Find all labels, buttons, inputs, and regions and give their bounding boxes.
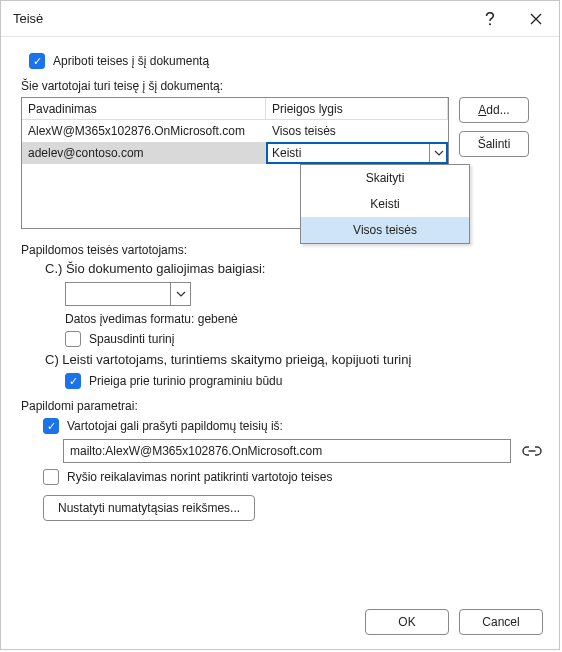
table-row[interactable]: adelev@contoso.com Keisti: [22, 142, 448, 164]
close-button[interactable]: [513, 1, 559, 37]
access-level-options: Skaityti Keisti Visos teisės: [300, 164, 470, 244]
option-change[interactable]: Keisti: [301, 191, 469, 217]
restrict-checkbox[interactable]: ✓: [29, 53, 45, 69]
users-table: Pavadinimas Prieigos lygis AlexW@M365x10…: [21, 97, 449, 229]
close-icon: [530, 13, 542, 25]
option-full[interactable]: Visos teisės: [301, 217, 469, 243]
help-button[interactable]: [467, 1, 513, 37]
dialog-footer: OK Cancel: [365, 609, 543, 635]
print-label: Spausdinti turinį: [89, 332, 174, 346]
user-name-cell: adelev@contoso.com: [22, 142, 266, 164]
add-button[interactable]: Add...: [459, 97, 529, 123]
expiry-date-combo[interactable]: [65, 282, 191, 306]
titlebar: Teisė: [1, 1, 559, 37]
access-level-dropdown[interactable]: Keisti: [266, 142, 448, 164]
table-header: Pavadinimas Prieigos lygis: [22, 98, 448, 120]
question-icon: [484, 11, 496, 27]
request-email-value: mailto:AlexW@M365x102876.OnMicrosoft.com: [70, 444, 322, 458]
dialog-title: Teisė: [13, 11, 467, 26]
additional-rights-heading: Papildomos teisės vartotojams:: [21, 243, 543, 257]
request-checkbox[interactable]: ✓: [43, 418, 59, 434]
users-heading: Šie vartotojai turi teisę į šį dokumentą…: [21, 79, 543, 93]
additional-params-heading: Papildomi parametrai:: [21, 399, 543, 413]
svg-point-0: [489, 23, 491, 25]
cancel-button[interactable]: Cancel: [459, 609, 543, 635]
expiry-label: C.) Šio dokumento galiojimas baigiasi:: [45, 261, 543, 276]
restrict-checkbox-row: ✓ Apriboti teises į šį dokumentą: [29, 53, 543, 69]
connection-label: Ryšio reikalavimas norint patikrinti var…: [67, 470, 332, 484]
dropdown-value: Keisti: [272, 146, 301, 160]
remove-button[interactable]: Šalinti: [459, 131, 529, 157]
chevron-down-icon: [429, 144, 447, 162]
chevron-down-icon: [170, 283, 190, 305]
set-defaults-button[interactable]: Nustatyti numatytąsias reikšmes...: [43, 495, 255, 521]
link-icon[interactable]: [521, 440, 543, 462]
option-read[interactable]: Skaityti: [301, 165, 469, 191]
add-mnemonic: A: [478, 103, 486, 117]
permissions-dialog: Teisė ✓ Apriboti teises į šį dokumentą Š…: [0, 0, 560, 650]
user-level-cell: Visos teisės: [266, 120, 448, 142]
user-name-cell: AlexW@M365x102876.OnMicrosoft.com: [22, 120, 266, 142]
print-checkbox[interactable]: [65, 331, 81, 347]
date-format-hint: Datos įvedimas formatu: gebenė: [65, 312, 543, 326]
programmatic-label: Prieiga prie turinio programiniu būdu: [89, 374, 282, 388]
table-row[interactable]: AlexW@M365x102876.OnMicrosoft.com Visos …: [22, 120, 448, 142]
ok-button[interactable]: OK: [365, 609, 449, 635]
restrict-label: Apriboti teises į šį dokumentą: [53, 54, 209, 68]
copy-label: C) Leisti vartotojams, turintiems skaity…: [45, 352, 543, 367]
request-label: Vartotojai gali prašyti papildomų teisių…: [67, 419, 283, 433]
programmatic-checkbox[interactable]: ✓: [65, 373, 81, 389]
connection-checkbox[interactable]: [43, 469, 59, 485]
col-level-header[interactable]: Prieigos lygis: [266, 98, 448, 119]
request-email-input[interactable]: mailto:AlexW@M365x102876.OnMicrosoft.com: [63, 439, 511, 463]
col-name-header[interactable]: Pavadinimas: [22, 98, 266, 119]
add-rest: dd...: [486, 103, 509, 117]
